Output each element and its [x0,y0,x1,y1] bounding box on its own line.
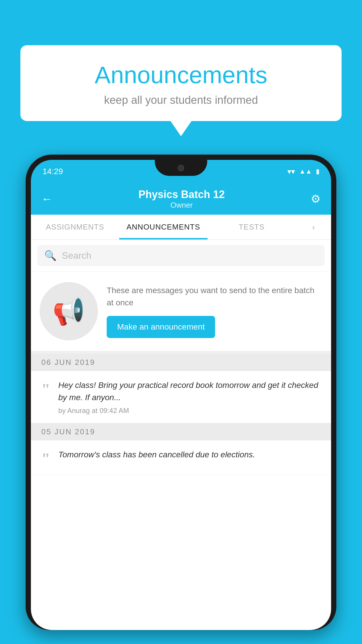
screen-content: 🔍 Search 📢 These are messages you want t… [31,240,331,630]
search-icon: 🔍 [44,250,57,261]
tab-announcements[interactable]: ANNOUNCEMENTS [119,215,208,239]
tab-more-icon[interactable]: › [296,215,331,239]
app-bar: ← Physics Batch 12 Owner ⚙ [31,183,331,215]
settings-icon[interactable]: ⚙ [311,192,321,205]
announcement-text-1: Hey class! Bring your practical record b… [58,379,321,404]
tabs-bar: ASSIGNMENTS ANNOUNCEMENTS TESTS › [31,215,331,240]
speech-bubble-section: Announcements keep all your students inf… [20,45,342,136]
search-input-wrap[interactable]: 🔍 Search [37,245,325,266]
battery-icon: ▮ [316,168,319,175]
camera [178,165,184,171]
quote-icon-1: " [41,382,50,397]
status-icons: ▾▾ ▲▲ ▮ [287,167,319,176]
wifi-icon: ▾▾ [287,167,295,176]
megaphone-icon: 📢 [52,296,85,327]
quote-icon-2: " [41,451,50,467]
notch [155,160,207,176]
speech-bubble-subtitle: keep all your students informed [38,94,324,106]
announcement-body-2: Tomorrow's class has been cancelled due … [58,449,321,464]
phone-frame: 14:29 ▾▾ ▲▲ ▮ ← Physics Batch 12 Owner ⚙… [26,155,336,630]
announcement-body-1: Hey class! Bring your practical record b… [58,379,321,415]
back-button[interactable]: ← [41,193,52,205]
promo-description: These are messages you want to send to t… [107,284,322,309]
search-bar: 🔍 Search [31,240,331,272]
batch-title: Physics Batch 12 [138,188,225,201]
announcement-text-2: Tomorrow's class has been cancelled due … [58,449,321,461]
speech-bubble-card: Announcements keep all your students inf… [20,45,342,121]
speech-bubble-tail [171,121,191,136]
signal-icon: ▲▲ [299,168,312,175]
search-placeholder: Search [62,250,91,261]
app-bar-center: Physics Batch 12 Owner [138,188,225,210]
status-bar: 14:29 ▾▾ ▲▲ ▮ [31,160,331,183]
promo-right: These are messages you want to send to t… [107,284,322,338]
announcement-item-2[interactable]: " Tomorrow's class has been cancelled du… [31,440,331,475]
speech-bubble-title: Announcements [38,61,324,89]
status-time: 14:29 [43,167,63,176]
phone-device: 14:29 ▾▾ ▲▲ ▮ ← Physics Batch 12 Owner ⚙… [26,155,336,644]
date-divider-1: 06 JUN 2019 [31,354,331,371]
announcement-item-1[interactable]: " Hey class! Bring your practical record… [31,371,331,423]
tab-assignments[interactable]: ASSIGNMENTS [31,215,119,239]
tab-tests[interactable]: TESTS [208,215,296,239]
announcement-promo: 📢 These are messages you want to send to… [31,272,331,354]
batch-subtitle: Owner [138,201,225,210]
make-announcement-button[interactable]: Make an announcement [107,316,215,338]
promo-icon-circle: 📢 [40,282,98,340]
announcement-meta-1: by Anurag at 09:42 AM [58,407,321,415]
date-divider-2: 05 JUN 2019 [31,423,331,440]
